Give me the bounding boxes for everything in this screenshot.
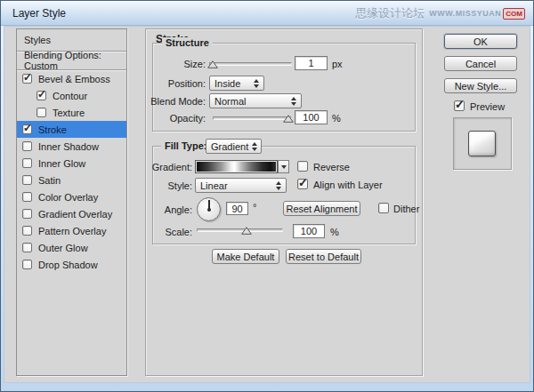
preview-checkbox[interactable]: ✓: [454, 100, 465, 111]
sidebar-item-label: Contour: [53, 91, 87, 101]
sidebar-item-outer-glow[interactable]: ✓ Outer Glow: [17, 239, 126, 256]
watermark: 思缘设计论坛 www.missyuan COM: [355, 1, 525, 26]
angle-dial[interactable]: [197, 197, 221, 221]
style-checkbox[interactable]: ✓: [22, 226, 32, 236]
gradient-preview[interactable]: [195, 160, 278, 173]
style-select[interactable]: Linear: [195, 178, 287, 193]
opacity-input[interactable]: 100: [295, 110, 328, 124]
new-style-button[interactable]: New Style...: [444, 78, 517, 93]
scale-unit: %: [330, 227, 339, 237]
watermark-site-name: 思缘设计论坛: [355, 5, 425, 21]
check-icon: ✓: [37, 88, 46, 100]
angle-center-dot: [207, 208, 211, 212]
sidebar-item-bevel-emboss[interactable]: ✓ Bevel & Emboss: [17, 70, 126, 87]
style-checkbox[interactable]: ✓: [36, 91, 46, 100]
preview-label: Preview: [470, 101, 505, 112]
structure-legend: Structure: [162, 37, 213, 48]
scale-slider[interactable]: [197, 226, 283, 235]
style-checkbox[interactable]: ✓: [22, 192, 32, 202]
sidebar-item-label: Texture: [53, 108, 85, 118]
style-checkbox[interactable]: ✓: [22, 209, 32, 219]
preview-shape: [468, 131, 496, 156]
opacity-label: Opacity:: [125, 113, 206, 124]
spinner-icon: [248, 142, 257, 151]
sidebar-item-texture[interactable]: ✓ Texture: [17, 104, 126, 121]
opacity-unit: %: [332, 113, 341, 124]
style-checkbox[interactable]: ✓: [22, 124, 32, 134]
size-slider[interactable]: [209, 60, 292, 68]
make-default-button[interactable]: Make Default: [212, 249, 279, 264]
style-checkbox[interactable]: ✓: [22, 74, 32, 84]
style-checkbox[interactable]: ✓: [22, 243, 32, 252]
angle-label: Angle:: [125, 204, 192, 215]
sidebar-item-color-overlay[interactable]: ✓ Color Overlay: [17, 188, 126, 205]
style-checkbox[interactable]: ✓: [22, 141, 32, 151]
angle-input[interactable]: 90: [226, 202, 248, 215]
size-slider-thumb[interactable]: [207, 60, 218, 70]
check-icon: ✓: [455, 98, 465, 111]
sidebar-item-pattern-overlay[interactable]: ✓ Pattern Overlay: [17, 222, 126, 239]
fill-type-legend: Fill Type:: [161, 140, 210, 151]
sidebar-item-inner-glow[interactable]: ✓ Inner Glow: [17, 155, 126, 172]
position-value: Inside: [214, 78, 240, 89]
cancel-button[interactable]: Cancel: [444, 56, 517, 71]
sidebar-item-satin[interactable]: ✓ Satin: [17, 172, 126, 188]
sidebar-item-inner-shadow[interactable]: ✓ Inner Shadow: [17, 138, 126, 155]
layer-style-dialog: Layer Style 思缘设计论坛 www.missyuan COM Styl…: [0, 0, 534, 392]
style-checkbox[interactable]: ✓: [22, 158, 32, 168]
reset-alignment-button[interactable]: Reset Alignment: [283, 201, 360, 216]
sidebar-item-label: Bevel & Emboss: [38, 74, 110, 84]
sidebar-item-label: Inner Shadow: [38, 141, 99, 152]
style-checkbox[interactable]: ✓: [36, 108, 46, 117]
sidebar-item-label: Gradient Overlay: [38, 209, 112, 220]
chevron-down-icon: [281, 165, 287, 169]
dither-checkbox[interactable]: ✓: [378, 203, 389, 213]
blend-mode-label: Blend Mode:: [125, 96, 206, 107]
sidebar-item-blending-options[interactable]: Blending Options: Custom: [17, 52, 126, 70]
scale-slider-thumb[interactable]: [241, 226, 252, 236]
slider-thumb-icon: [207, 60, 218, 68]
fill-type-value: Gradient: [211, 141, 248, 152]
sidebar-item-drop-shadow[interactable]: ✓ Drop Shadow: [17, 256, 126, 273]
sidebar-item-gradient-overlay[interactable]: ✓ Gradient Overlay: [17, 205, 126, 222]
size-slider-track: [209, 62, 292, 66]
sidebar-item-label: Satin: [38, 175, 61, 186]
dither-label: Dither: [393, 204, 419, 214]
style-checkbox[interactable]: ✓: [22, 260, 32, 269]
scale-input[interactable]: 100: [293, 224, 325, 238]
sidebar-item-label: Drop Shadow: [38, 260, 98, 270]
fill-type-label: Fill Type:: [165, 140, 206, 151]
position-select[interactable]: Inside: [209, 76, 264, 91]
blend-mode-select[interactable]: Normal: [209, 93, 302, 108]
title-bar[interactable]: Layer Style 思缘设计论坛 www.missyuan COM: [1, 1, 533, 26]
angle-unit: °: [253, 202, 256, 212]
ok-button[interactable]: OK: [444, 34, 517, 49]
reset-to-default-button[interactable]: Reset to Default: [286, 249, 361, 264]
opacity-slider-track: [213, 116, 292, 120]
align-with-layer-checkbox[interactable]: ✓: [297, 179, 308, 189]
sidebar-item-label: Pattern Overlay: [38, 226, 106, 236]
sidebar-item-contour[interactable]: ✓ Contour: [17, 87, 126, 104]
fill-type-select[interactable]: Gradient: [206, 139, 262, 154]
position-label: Position:: [125, 78, 206, 89]
slider-thumb-icon: [283, 115, 294, 123]
check-icon: ✓: [23, 71, 32, 84]
size-label: Size:: [125, 59, 206, 69]
gradient-picker-button[interactable]: [278, 160, 289, 173]
watermark-url: www.missyuan: [429, 9, 501, 18]
slider-thumb-icon: [241, 227, 252, 235]
check-icon: ✓: [298, 176, 308, 189]
dialog-title: Layer Style: [12, 7, 66, 20]
scale-slider-track: [197, 228, 283, 232]
spinner-icon: [287, 97, 296, 106]
reverse-checkbox[interactable]: ✓: [297, 161, 308, 172]
size-unit: px: [332, 59, 343, 69]
opacity-slider-thumb[interactable]: [283, 114, 294, 124]
align-with-layer-label: Align with Layer: [313, 180, 383, 190]
style-checkbox[interactable]: ✓: [22, 175, 32, 185]
styles-list: ✓ Bevel & Emboss ✓ Contour ✓ Texture ✓ S…: [17, 70, 126, 273]
gradient-label: Gradient:: [125, 162, 192, 172]
sidebar-item-stroke[interactable]: ✓ Stroke: [17, 121, 126, 138]
opacity-slider[interactable]: [213, 114, 292, 123]
size-input[interactable]: 1: [295, 56, 328, 70]
